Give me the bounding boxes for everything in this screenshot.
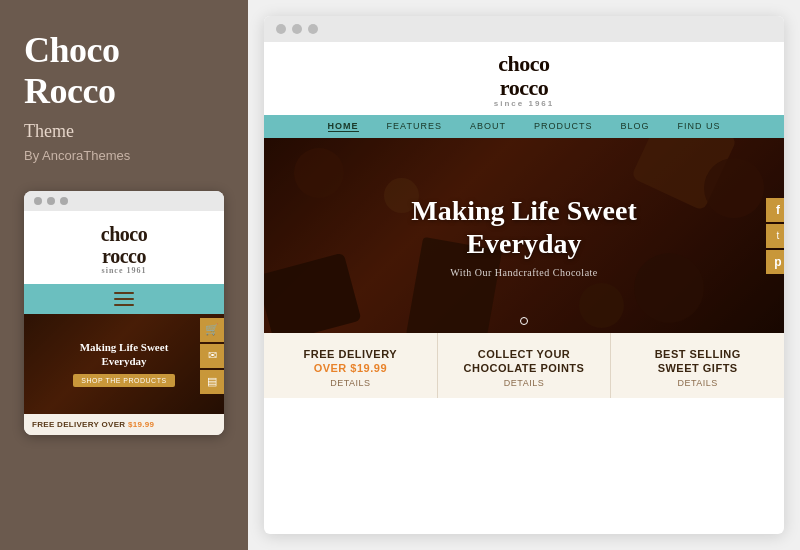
feature-points: COLLECT YOURCHOCOLATE POINTS Details <box>438 333 612 398</box>
feature-points-title: COLLECT YOURCHOCOLATE POINTS <box>448 347 601 376</box>
mobile-logo: choco rocco since 1961 <box>34 223 214 276</box>
side-social-icons: f t p <box>766 198 784 274</box>
nav-about[interactable]: ABOUT <box>470 121 506 132</box>
nav-products[interactable]: PRODUCTS <box>534 121 593 132</box>
browser-window: choco rocco since 1961 HOME FEATURES ABO… <box>264 16 784 534</box>
mobile-search-icon[interactable]: ▤ <box>200 370 224 394</box>
hamburger-line-3 <box>114 304 134 306</box>
theme-author: By AncoraThemes <box>24 148 224 163</box>
site-logo: choco rocco since 1961 <box>264 52 784 109</box>
feature-delivery: FREE DELIVERYOVER $19.99 Details <box>264 333 438 398</box>
feature-delivery-details[interactable]: Details <box>274 378 427 388</box>
mobile-hero-text: Making Life Sweet Everyday SHOP THE PROD… <box>73 340 174 388</box>
facebook-icon[interactable]: f <box>766 198 784 222</box>
nav-home[interactable]: HOME <box>328 121 359 132</box>
mobile-hero-title: Making Life Sweet Everyday <box>73 340 174 369</box>
hamburger-line-2 <box>114 298 134 300</box>
mobile-user-icon[interactable]: ✉ <box>200 344 224 368</box>
mobile-nav-bar <box>24 284 224 314</box>
main-area: choco rocco since 1961 HOME FEATURES ABO… <box>248 0 800 550</box>
browser-dot-3 <box>308 24 318 34</box>
mobile-dot-2 <box>47 197 55 205</box>
mobile-browser-bar <box>24 191 224 211</box>
nav-findus[interactable]: FIND US <box>677 121 720 132</box>
hero-dot-indicator[interactable] <box>520 317 528 325</box>
feature-delivery-title: FREE DELIVERYOVER $19.99 <box>274 347 427 376</box>
browser-chrome <box>264 16 784 42</box>
theme-subtitle: Theme <box>24 121 224 142</box>
mobile-cart-icon[interactable]: 🛒 <box>200 318 224 342</box>
nav-features[interactable]: FEATURES <box>387 121 442 132</box>
hero-title: Making Life Sweet Everyday <box>411 194 637 261</box>
feature-points-details[interactable]: Details <box>448 378 601 388</box>
feature-gifts-title: BEST SELLINGSWEET GIFTS <box>621 347 774 376</box>
pinterest-icon[interactable]: p <box>766 250 784 274</box>
mobile-dot-3 <box>60 197 68 205</box>
site-nav: HOME FEATURES ABOUT PRODUCTS BLOG FIND U… <box>264 115 784 138</box>
theme-title: Choco Rocco <box>24 30 224 113</box>
feature-gifts-details[interactable]: Details <box>621 378 774 388</box>
sidebar: Choco Rocco Theme By AncoraThemes choco … <box>0 0 248 550</box>
feature-strip: FREE DELIVERYOVER $19.99 Details COLLECT… <box>264 333 784 398</box>
mobile-preview: choco rocco since 1961 Making Life Sweet… <box>24 191 224 435</box>
mobile-bottom-bar: FREE DELIVERY OVER $19.99 <box>24 414 224 435</box>
mobile-side-icons: 🛒 ✉ ▤ <box>200 314 224 414</box>
browser-dot-1 <box>276 24 286 34</box>
twitter-icon[interactable]: t <box>766 224 784 248</box>
mobile-shop-button[interactable]: SHOP THE PRODUCTS <box>73 374 174 387</box>
site-hero: Making Life Sweet Everyday With Our Hand… <box>264 138 784 333</box>
hamburger-menu[interactable] <box>114 292 134 306</box>
mobile-dot-1 <box>34 197 42 205</box>
browser-dot-2 <box>292 24 302 34</box>
mobile-logo-area: choco rocco since 1961 <box>24 211 224 284</box>
mobile-hero: Making Life Sweet Everyday SHOP THE PROD… <box>24 314 224 414</box>
feature-gifts: BEST SELLINGSWEET GIFTS Details <box>611 333 784 398</box>
hamburger-line-1 <box>114 292 134 294</box>
hero-text: Making Life Sweet Everyday With Our Hand… <box>411 194 637 278</box>
site-content: choco rocco since 1961 HOME FEATURES ABO… <box>264 42 784 534</box>
hero-subtitle: With Our Handcrafted Chocolate <box>411 267 637 278</box>
site-header: choco rocco since 1961 <box>264 42 784 115</box>
nav-blog[interactable]: BLOG <box>620 121 649 132</box>
